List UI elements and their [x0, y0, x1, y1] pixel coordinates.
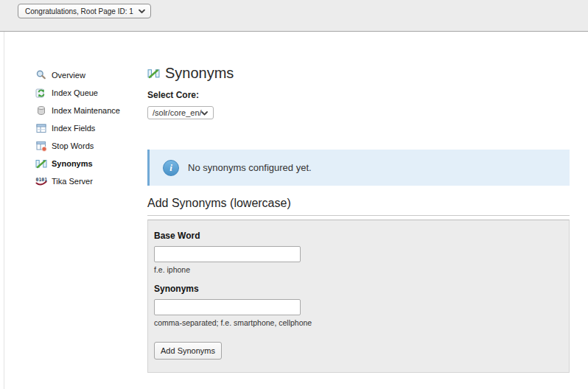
info-message-box: i No synonyms configured yet. [147, 150, 570, 186]
synonyms-input[interactable] [154, 299, 301, 315]
page-title-row: Synonyms [147, 65, 570, 81]
info-icon: i [163, 160, 179, 176]
main-content: Synonyms Select Core: /solr/core_en/ i N… [147, 65, 570, 373]
base-word-label: Base Word [154, 231, 563, 241]
base-word-input[interactable] [154, 246, 301, 262]
sidebar-item-label: Index Queue [52, 88, 98, 97]
sidebar-item-tika-server[interactable]: 0101 Tika Server [35, 172, 120, 190]
sidebar-item-label: Index Fields [52, 124, 95, 133]
synonyms-label: Synonyms [154, 284, 563, 294]
base-word-field-group: Base Word f.e. iphone [154, 231, 563, 274]
add-synonyms-panel: Base Word f.e. iphone Synonyms comma-sep… [147, 220, 570, 373]
sidebar-item-label: Overview [52, 71, 85, 80]
sidebar-item-label: Tika Server [52, 177, 93, 186]
synonyms-icon [147, 67, 160, 80]
index-queue-icon [35, 87, 47, 99]
index-maintenance-icon [35, 105, 47, 116]
sidebar-item-label: Index Maintenance [52, 106, 120, 115]
page-left-divider [4, 32, 4, 389]
page-tree-select[interactable]: Congratulations, Root Page ID: 1 [18, 4, 151, 18]
sidebar-item-overview[interactable]: Overview [35, 66, 120, 84]
tika-icon: 0101 [35, 175, 47, 187]
module-sidebar: Overview Index Queue Index Maintenance I… [35, 66, 120, 190]
info-message-text: No synonyms configured yet. [188, 162, 312, 173]
add-synonyms-heading: Add Synonyms (lowercase) [147, 197, 570, 216]
stop-words-icon [35, 140, 47, 152]
sidebar-item-label: Synonyms [52, 159, 93, 168]
select-core-label: Select Core: [147, 90, 570, 100]
synonyms-icon [35, 158, 47, 169]
sidebar-item-synonyms[interactable]: Synonyms [35, 155, 120, 172]
sidebar-item-index-maintenance[interactable]: Index Maintenance [35, 102, 120, 119]
chevron-down-icon [139, 7, 145, 15]
core-select[interactable]: /solr/core_en/ [147, 106, 214, 119]
sidebar-item-index-fields[interactable]: Index Fields [35, 119, 120, 137]
add-synonyms-button[interactable]: Add Synonyms [154, 342, 222, 360]
index-fields-icon [35, 122, 47, 134]
page-title: Synonyms [165, 65, 234, 81]
base-word-hint: f.e. iphone [154, 265, 563, 274]
sidebar-item-index-queue[interactable]: Index Queue [35, 84, 120, 102]
sidebar-item-stop-words[interactable]: Stop Words [35, 137, 120, 155]
info-icon-glyph: i [169, 162, 172, 174]
synonyms-field-group: Synonyms comma-separated; f.e. smartphon… [154, 284, 563, 327]
chevron-down-icon [201, 108, 208, 117]
core-select-value: /solr/core_en/ [153, 108, 202, 117]
synonyms-hint: comma-separated; f.e. smartphone, cellph… [154, 318, 563, 327]
page-tree-select-value: Congratulations, Root Page ID: 1 [25, 7, 133, 15]
top-header-bar: Congratulations, Root Page ID: 1 [0, 0, 588, 32]
sidebar-item-label: Stop Words [52, 141, 94, 150]
magnifier-icon [35, 69, 47, 81]
